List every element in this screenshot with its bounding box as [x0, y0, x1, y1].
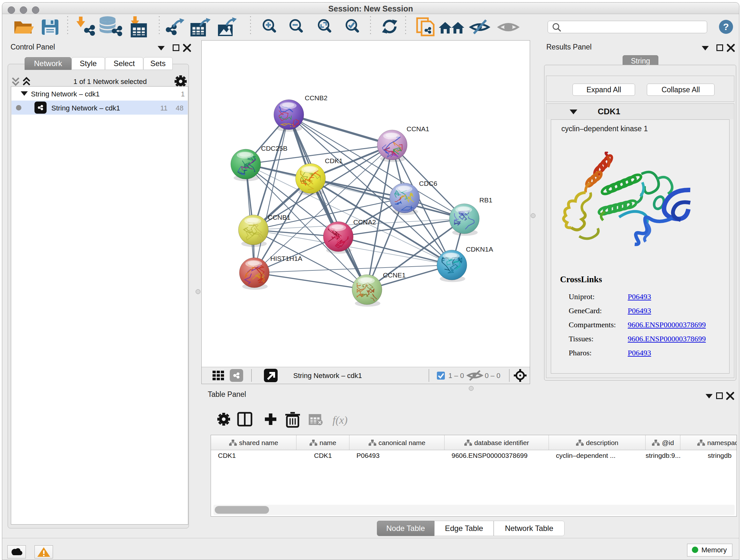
svg-text:HIST1H1A: HIST1H1A: [270, 255, 302, 262]
svg-text:CCNA1: CCNA1: [407, 125, 429, 132]
svg-text:f(x): f(x): [333, 414, 347, 426]
svg-text:1 – 0: 1 – 0: [448, 372, 464, 380]
svg-text:CDC6: CDC6: [419, 180, 437, 187]
svg-text:CDC25B: CDC25B: [261, 145, 287, 152]
svg-text:String Network – cdk1: String Network – cdk1: [293, 372, 362, 380]
svg-text:CCNB1: CCNB1: [268, 213, 290, 221]
svg-text:RB1: RB1: [479, 196, 492, 204]
svg-text:CDK1: CDK1: [325, 157, 343, 165]
svg-text:CCNA2: CCNA2: [353, 219, 376, 226]
svg-text:CCNE1: CCNE1: [383, 271, 406, 279]
svg-text:0 – 0: 0 – 0: [485, 372, 500, 380]
svg-text:CDKN1A: CDKN1A: [466, 246, 493, 253]
svg-text:CCNB2: CCNB2: [305, 94, 327, 102]
